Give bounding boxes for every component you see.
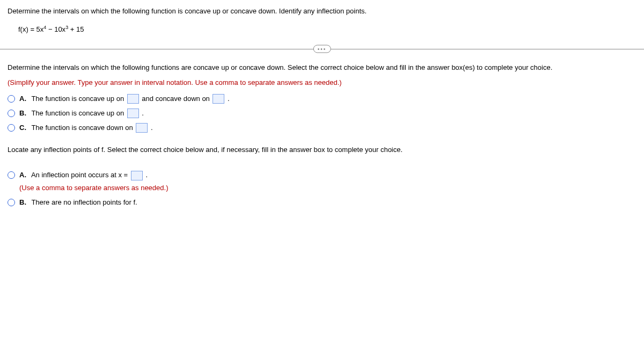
part1-c-text2: . <box>151 124 153 132</box>
ellipsis-toggle[interactable]: ••• <box>313 45 331 53</box>
part1-label-a: A. <box>19 95 26 103</box>
part1-a-box1[interactable] <box>127 94 139 104</box>
problem-statement: Determine the intervals on which the fol… <box>8 5 636 17</box>
part2-radio-b[interactable] <box>8 199 15 206</box>
part1-a-text2: and concave down on <box>142 95 211 103</box>
part2-choice-a: A. An inflection point occurs at x = . (… <box>8 169 636 194</box>
part1-hint: (Simplify your answer. Type your answer … <box>8 77 636 89</box>
part1-radio-b[interactable] <box>8 110 15 117</box>
section-divider: ••• <box>0 44 644 54</box>
part1-label-c: C. <box>19 124 26 132</box>
part2-a-text1: An inflection point occurs at x = <box>31 171 130 179</box>
eq-prefix: f(x) = 5x <box>18 25 43 33</box>
part1-choice-b: B. The function is concave up on . <box>8 107 636 119</box>
part2-instructions: Locate any inflection points of f. Selec… <box>8 144 636 156</box>
part2-a-sub: (Use a comma to separate answers as need… <box>19 182 636 194</box>
part1-choice-c: C. The function is concave down on . <box>8 122 636 134</box>
function-equation: f(x) = 5x4 − 10x3 + 15 <box>18 24 636 35</box>
part1-choice-a: A. The function is concave up on and con… <box>8 93 636 105</box>
part2-a-box1[interactable] <box>131 171 143 180</box>
part2-label-b: B. <box>19 198 26 206</box>
part1-a-text3: . <box>228 95 230 103</box>
part1-c-box1[interactable] <box>136 123 148 133</box>
part2-label-a: A. <box>19 171 26 179</box>
part2-b-text1: There are no inflection points for f. <box>31 198 137 206</box>
eq-mid: − 10x <box>46 25 65 33</box>
part1-radio-c[interactable] <box>8 124 15 132</box>
part1-a-text1: The function is concave up on <box>31 95 126 103</box>
part1-instructions: Determine the intervals on which the fol… <box>8 62 636 74</box>
part1-label-b: B. <box>19 109 26 117</box>
part1-radio-a[interactable] <box>8 95 15 103</box>
part1-a-box2[interactable] <box>213 94 224 104</box>
part1-b-text2: . <box>142 109 144 117</box>
part1-b-box1[interactable] <box>127 108 139 118</box>
part1-b-text1: The function is concave up on <box>31 109 126 117</box>
eq-suffix: + 15 <box>68 25 84 33</box>
part2-a-text2: . <box>145 171 148 179</box>
part1-c-text1: The function is concave down on <box>31 124 135 132</box>
part2-choice-b: B. There are no inflection points for f. <box>8 197 636 208</box>
part2-radio-a[interactable] <box>8 171 15 179</box>
